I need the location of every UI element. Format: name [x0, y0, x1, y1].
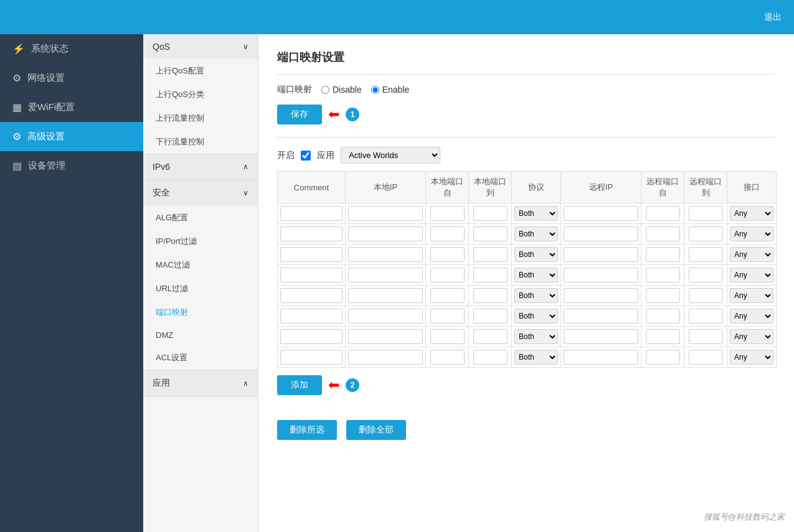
- comment-input[interactable]: [280, 350, 343, 365]
- comment-input[interactable]: [280, 309, 343, 324]
- sidebar-item-mac-filter[interactable]: MAC过滤: [143, 253, 258, 277]
- remote-port-to-input[interactable]: [689, 247, 723, 262]
- sidebar-item-system-status[interactable]: ⚡ 系统状态: [0, 34, 143, 63]
- local-ip-input[interactable]: [348, 329, 423, 344]
- protocol-select[interactable]: BothTCPUDP: [514, 226, 558, 241]
- save-button[interactable]: 保存: [277, 105, 322, 124]
- delete-all-button[interactable]: 删除全部: [346, 420, 406, 440]
- interface-select[interactable]: AnyWANLAN: [730, 350, 773, 365]
- local-ip-input[interactable]: [348, 206, 423, 221]
- comment-input[interactable]: [280, 329, 343, 344]
- protocol-select[interactable]: BothTCPUDP: [514, 309, 558, 324]
- local-port-from-input[interactable]: [430, 206, 465, 221]
- sidebar-item-advanced-settings[interactable]: ⚙ 高级设置: [0, 122, 143, 151]
- local-port-from-input[interactable]: [430, 309, 465, 324]
- comment-input[interactable]: [280, 268, 343, 282]
- remote-port-to-input[interactable]: [689, 288, 723, 303]
- remote-ip-input[interactable]: [564, 288, 638, 303]
- remote-port-from-input[interactable]: [646, 247, 680, 262]
- sidebar-item-device-management[interactable]: ▤ 设备管理: [0, 151, 143, 180]
- logout-button[interactable]: 退出: [764, 12, 782, 23]
- remote-port-from-input[interactable]: [646, 206, 680, 221]
- local-ip-input[interactable]: [348, 226, 423, 241]
- remote-port-from-input[interactable]: [646, 288, 680, 303]
- local-port-from-input[interactable]: [430, 247, 465, 262]
- sidebar-item-url-filter[interactable]: URL过滤: [143, 277, 258, 301]
- local-ip-input[interactable]: [348, 350, 423, 365]
- protocol-select[interactable]: BothTCPUDP: [514, 247, 558, 262]
- sidebar-item-ip-port-filter[interactable]: IP/Port过滤: [143, 230, 258, 253]
- local-port-to-input[interactable]: [473, 309, 508, 324]
- sub-header-ipv6[interactable]: IPv6 ∧: [143, 154, 258, 179]
- remote-ip-input[interactable]: [564, 350, 638, 365]
- sidebar-item-network-settings[interactable]: ⚙ 网络设置: [0, 63, 143, 93]
- local-port-to-input[interactable]: [473, 329, 508, 344]
- local-port-from-input[interactable]: [430, 350, 465, 365]
- local-port-from-input[interactable]: [430, 288, 465, 303]
- remote-ip-input[interactable]: [564, 268, 638, 282]
- local-port-to-input[interactable]: [473, 350, 508, 365]
- enable-radio-label[interactable]: Enable: [371, 85, 410, 95]
- remote-ip-input[interactable]: [564, 309, 638, 324]
- delete-selected-button[interactable]: 删除所选: [277, 420, 337, 440]
- sidebar-item-wifi-config[interactable]: ▦ 爱WiFi配置: [0, 93, 143, 122]
- local-port-to-input[interactable]: [473, 268, 508, 282]
- sidebar-item-qos-upload[interactable]: 上行QoS配置: [143, 59, 258, 83]
- protocol-select[interactable]: BothTCPUDP: [514, 268, 558, 282]
- protocol-select[interactable]: BothTCPUDP: [514, 206, 558, 221]
- sub-header-security[interactable]: 安全 ∨: [143, 180, 258, 206]
- sub-header-app[interactable]: 应用 ∧: [143, 370, 258, 396]
- remote-port-from-input[interactable]: [646, 350, 680, 365]
- interface-select[interactable]: AnyWANLAN: [730, 247, 773, 262]
- comment-input[interactable]: [280, 206, 343, 221]
- sidebar-item-alg-config[interactable]: ALG配置: [143, 206, 258, 230]
- remote-port-to-input[interactable]: [689, 309, 723, 324]
- remote-port-to-input[interactable]: [689, 226, 723, 241]
- local-port-to-input[interactable]: [473, 288, 508, 303]
- sidebar-item-qos-upload-traffic[interactable]: 上行流量控制: [143, 106, 258, 130]
- remote-ip-input[interactable]: [564, 226, 638, 241]
- protocol-select[interactable]: BothTCPUDP: [514, 288, 558, 303]
- local-ip-input[interactable]: [348, 288, 423, 303]
- sub-header-qos[interactable]: QoS ∨: [143, 34, 258, 59]
- local-port-from-input[interactable]: [430, 226, 465, 241]
- remote-port-from-input[interactable]: [646, 309, 680, 324]
- interface-select[interactable]: AnyWANLAN: [730, 226, 773, 241]
- comment-input[interactable]: [280, 288, 343, 303]
- local-ip-input[interactable]: [348, 309, 423, 324]
- remote-port-to-input[interactable]: [689, 268, 723, 282]
- add-button[interactable]: 添加: [277, 375, 322, 395]
- interface-select[interactable]: AnyWANLAN: [730, 288, 773, 303]
- local-port-to-input[interactable]: [473, 247, 508, 262]
- protocol-select[interactable]: BothTCPUDP: [514, 350, 558, 365]
- local-port-to-input[interactable]: [473, 226, 508, 241]
- remote-ip-input[interactable]: [564, 329, 638, 344]
- interface-select[interactable]: AnyWANLAN: [730, 329, 773, 344]
- sidebar-item-qos-upload-class[interactable]: 上行QoS分类: [143, 83, 258, 106]
- protocol-select[interactable]: BothTCPUDP: [514, 329, 558, 344]
- local-port-from-input[interactable]: [430, 268, 465, 282]
- disable-radio-label[interactable]: Disable: [321, 85, 362, 95]
- interface-select[interactable]: AnyWANLAN: [730, 309, 773, 324]
- local-port-to-input[interactable]: [473, 206, 508, 221]
- sidebar-item-port-mapping[interactable]: 端口映射: [143, 301, 258, 324]
- sidebar-item-acl-settings[interactable]: ACL设置: [143, 346, 258, 370]
- remote-ip-input[interactable]: [564, 206, 638, 221]
- interface-select[interactable]: AnyWANLAN: [730, 268, 773, 282]
- local-ip-input[interactable]: [348, 247, 423, 262]
- comment-input[interactable]: [280, 247, 343, 262]
- remote-port-from-input[interactable]: [646, 268, 680, 282]
- remote-port-from-input[interactable]: [646, 226, 680, 241]
- remote-port-to-input[interactable]: [689, 329, 723, 344]
- remote-port-to-input[interactable]: [689, 350, 723, 365]
- interface-select[interactable]: AnyWANLAN: [730, 206, 773, 221]
- comment-input[interactable]: [280, 226, 343, 241]
- local-ip-input[interactable]: [348, 268, 423, 282]
- remote-ip-input[interactable]: [564, 247, 638, 262]
- disable-radio[interactable]: [321, 86, 329, 94]
- remote-port-from-input[interactable]: [646, 329, 680, 344]
- enable-radio[interactable]: [371, 86, 379, 94]
- app-select[interactable]: Active Worlds AIM Talk AOL Battle.net Bi…: [341, 147, 440, 164]
- remote-port-to-input[interactable]: [689, 206, 723, 221]
- sidebar-item-dmz[interactable]: DMZ: [143, 324, 258, 346]
